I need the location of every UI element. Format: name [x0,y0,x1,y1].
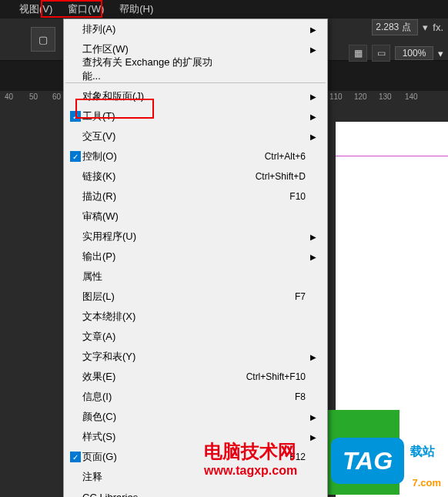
menu-item-0[interactable]: 排列(A)▶ [64,19,327,39]
watermark-url: www.tagxp.com [204,464,297,478]
menu-item-9[interactable]: 描边(R)F10 [64,186,327,207]
menu-item-2[interactable]: 查找有关 Exchange 的扩展功能... [64,59,327,79]
menu-item-10[interactable]: 审稿(W) [64,207,327,227]
menu-window[interactable]: 窗口(W) [60,0,112,18]
check-icon: ✓ [69,452,82,463]
menu-item-label: 文章(A) [82,330,221,344]
menu-item-label: 页面(G) [82,450,221,464]
menu-item-18[interactable]: 效果(E)Ctrl+Shift+F10 [64,367,327,387]
menu-item-label: 工具(T) [82,109,221,123]
menu-shortcut: Ctrl+Shift+D [221,171,306,182]
menu-item-6[interactable]: 交互(V)▶ [64,126,327,146]
menu-item-11[interactable]: 实用程序(U)▶ [64,227,327,247]
menu-item-label: 交互(V) [82,129,221,143]
menu-item-label: 颜色(C) [82,410,221,424]
watermark-title: 电脑技术网 [204,439,297,464]
menu-item-label: 信息(I) [82,390,221,404]
guide-line[interactable] [336,156,448,156]
zoom-dropdown-icon[interactable]: ▾ [438,48,443,59]
zoom-field[interactable]: 100% [395,46,433,60]
menu-view[interactable]: 视图(V) [12,0,60,18]
fx-label[interactable]: fx. [433,22,443,33]
screen-mode-icon[interactable]: ▭ [372,45,390,62]
menu-item-label: 效果(E) [82,370,221,384]
menu-item-label: CC Libraries [82,492,221,498]
menu-shortcut: F8 [221,391,306,402]
stroke-weight-field[interactable]: 2.283 点 [372,19,418,35]
menu-item-7[interactable]: ✓控制(O)Ctrl+Alt+6 [64,146,327,166]
menu-item-20[interactable]: 颜色(C)▶ [64,407,327,427]
menu-item-label: 文字和表(Y) [82,350,221,364]
grid-icon[interactable]: ▦ [349,45,367,62]
stroke-controls: 2.283 点 ▾ fx. [372,19,443,35]
submenu-arrow-icon: ▶ [306,25,316,34]
menu-item-label: 对象和版面(J) [82,89,221,103]
menu-item-13[interactable]: 属性 [64,267,327,287]
tag-logo-text: TAG [343,447,393,475]
menubar: 视图(V) 窗口(W) 帮助(H) [0,0,448,18]
submenu-arrow-icon: ▶ [306,413,316,421]
menu-help[interactable]: 帮助(H) [112,0,161,18]
menu-item-17[interactable]: 文字和表(Y)▶ [64,347,327,367]
submenu-arrow-icon: ▶ [306,353,316,361]
menu-item-label: 文本绕排(X) [82,310,221,324]
tag-logo: TAG 载站 7.com [331,438,404,484]
menu-item-label: 样式(S) [82,430,221,444]
submenu-arrow-icon: ▶ [306,133,316,141]
menu-item-label: 链接(K) [82,170,221,183]
menu-item-19[interactable]: 信息(I)F8 [64,387,327,407]
container-tool-icon[interactable]: ▢ [31,27,55,52]
tag-logo-url: 7.com [412,477,441,489]
menu-item-8[interactable]: 链接(K)Ctrl+Shift+D [64,166,327,186]
menu-item-24[interactable]: CC Libraries [64,487,327,497]
menu-item-label: 审稿(W) [82,210,221,223]
view-controls: ▦ ▭ 100% ▾ [349,45,443,62]
menu-item-label: 图层(L) [82,290,221,304]
menu-item-label: 属性 [82,270,221,284]
submenu-arrow-icon: ▶ [306,233,316,241]
check-icon: ✓ [69,111,82,123]
submenu-arrow-icon: ▶ [306,433,316,442]
submenu-arrow-icon: ▶ [306,112,316,121]
submenu-arrow-icon: ▶ [306,45,316,54]
menu-item-12[interactable]: 输出(P)▶ [64,247,327,267]
menu-shortcut: Ctrl+Alt+6 [221,151,306,162]
menu-item-label: 输出(P) [82,250,221,264]
menu-item-label: 注释 [82,470,221,484]
menu-item-5[interactable]: ✓工具(T)▶ [64,106,327,126]
menu-item-16[interactable]: 文章(A) [64,327,327,347]
menu-shortcut: Ctrl+Shift+F10 [221,371,306,382]
menu-item-label: 工作区(W) [82,42,221,56]
check-icon: ✓ [69,151,82,163]
menu-item-15[interactable]: 文本绕排(X) [64,307,327,327]
menu-item-14[interactable]: 图层(L)F7 [64,287,327,307]
menu-item-4[interactable]: 对象和版面(J)▶ [64,86,327,106]
menu-item-label: 排列(A) [82,22,221,36]
menu-shortcut: F7 [221,291,306,302]
menu-item-label: 控制(O) [82,149,221,163]
menu-item-label: 描边(R) [82,190,221,203]
dropdown-icon[interactable]: ▾ [423,22,428,33]
menu-shortcut: F10 [221,191,306,202]
tag-logo-sub: 载站 [410,444,435,460]
submenu-arrow-icon: ▶ [306,92,316,101]
watermark: 电脑技术网 www.tagxp.com [204,439,297,478]
menu-item-label: 实用程序(U) [82,230,221,243]
menu-item-label: 查找有关 Exchange 的扩展功能... [82,55,221,83]
window-menu-dropdown: 排列(A)▶工作区(W)▶查找有关 Exchange 的扩展功能...对象和版面… [63,18,328,497]
submenu-arrow-icon: ▶ [306,253,316,261]
